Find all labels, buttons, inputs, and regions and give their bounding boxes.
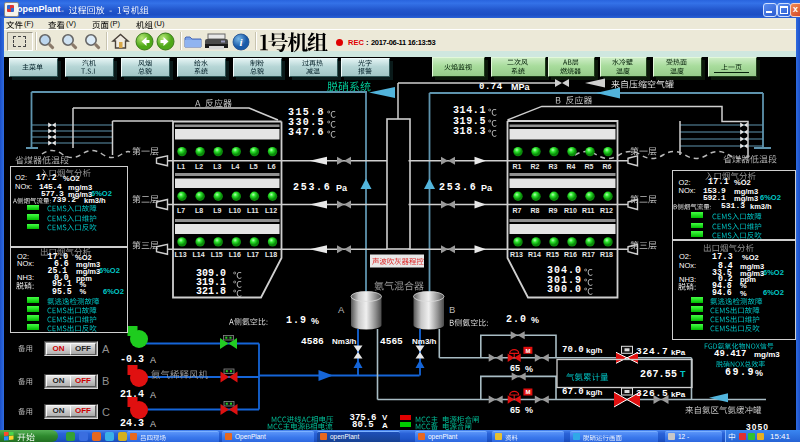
svg-text:M: M (525, 389, 530, 395)
svg-text:M: M (525, 348, 530, 354)
